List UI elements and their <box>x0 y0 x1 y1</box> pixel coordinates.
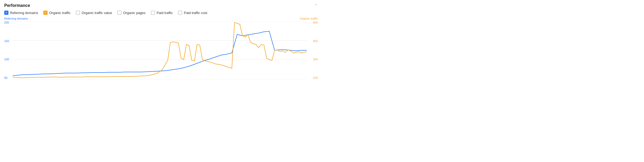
legend-item-organic-traffic[interactable]: ✓ Organic traffic <box>43 11 71 15</box>
legend-item-organic-traffic-value[interactable]: Organic traffic value <box>76 11 112 15</box>
chart-area: 200 150 100 50 600 450 300 150 <box>4 21 318 79</box>
orange-line <box>13 22 307 78</box>
performance-header: Performance ⌃ <box>4 3 318 8</box>
page-title: Performance <box>4 3 30 8</box>
legend-row: ✓ Referring domains ✓ Organic traffic Or… <box>4 11 318 15</box>
legend-item-paid-traffic-cost[interactable]: Paid traffic cost <box>178 11 207 15</box>
axis-label-right: Organic traffic <box>300 17 318 20</box>
legend-label-organic-pages: Organic pages <box>123 11 146 15</box>
legend-label-organic-traffic-value: Organic traffic value <box>82 11 112 15</box>
y-left-150: 150 <box>4 40 12 43</box>
checkmark-icon: ✓ <box>5 11 7 14</box>
legend-label-paid-traffic: Paid traffic <box>157 11 173 15</box>
legend-label-referring-domains: Referring domains <box>10 11 38 15</box>
y-left-100: 100 <box>4 58 12 61</box>
chevron-up-icon[interactable]: ⌃ <box>315 3 318 8</box>
checkbox-organic-traffic-value[interactable] <box>76 11 80 15</box>
y-axis-right: 600 450 300 150 <box>308 21 318 79</box>
axis-labels: Referring domains Organic traffic <box>4 17 318 20</box>
y-right-450: 450 <box>308 40 318 43</box>
legend-label-paid-traffic-cost: Paid traffic cost <box>184 11 207 15</box>
checkbox-paid-traffic-cost[interactable] <box>178 11 182 15</box>
blue-line <box>13 31 307 76</box>
legend-item-referring-domains[interactable]: ✓ Referring domains <box>4 11 38 15</box>
axis-label-left: Referring domains <box>4 17 28 20</box>
y-left-200: 200 <box>4 21 12 24</box>
legend-item-organic-pages[interactable]: Organic pages <box>117 11 146 15</box>
y-right-600: 600 <box>308 21 318 24</box>
y-axis-left: 200 150 100 50 <box>4 21 12 79</box>
checkbox-paid-traffic[interactable] <box>151 11 155 15</box>
checkmark-icon: ✓ <box>44 11 46 14</box>
y-right-150: 150 <box>308 76 318 79</box>
y-left-50: 50 <box>4 76 12 79</box>
legend-label-organic-traffic: Organic traffic <box>49 11 71 15</box>
checkbox-organic-pages[interactable] <box>117 11 122 15</box>
y-right-300: 300 <box>308 58 318 61</box>
legend-item-paid-traffic[interactable]: Paid traffic <box>151 11 173 15</box>
checkbox-referring-domains[interactable]: ✓ <box>4 11 8 15</box>
chart-svg <box>13 21 307 79</box>
checkbox-organic-traffic[interactable]: ✓ <box>43 11 48 15</box>
